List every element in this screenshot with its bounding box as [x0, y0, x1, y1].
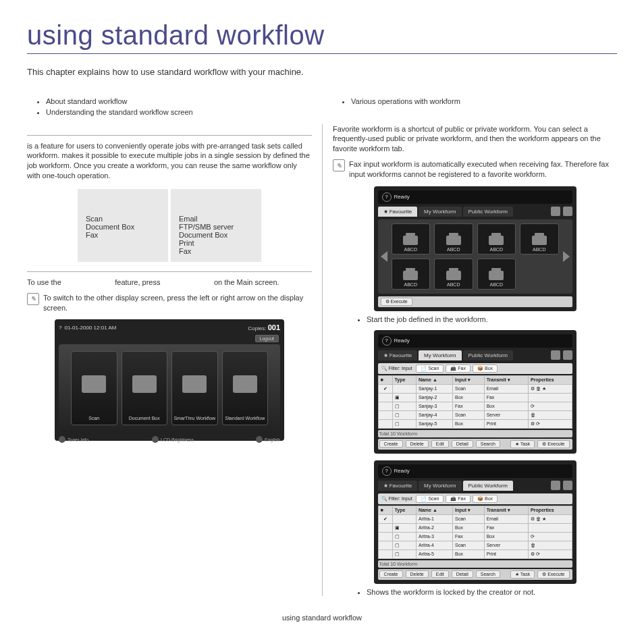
printer-icon [446, 271, 461, 280]
caption-text: Shows the workform is locked by the crea… [367, 588, 617, 596]
about-paragraph: is a feature for users to conveniently o… [27, 141, 312, 181]
favorite-paragraph: Favorite workform is a shortcut of publi… [333, 124, 617, 155]
workform-tile: ABCD [520, 223, 559, 254]
workform-tile: ABCD [477, 259, 516, 290]
right-arrow-icon [563, 251, 570, 262]
table-row: ▢Aritra-4ScanServer🗑 [378, 541, 572, 549]
detail-button: Detail [452, 440, 473, 448]
table-header-blank [171, 189, 261, 208]
table-row: ▢Aritra-5BoxPrint⚙ ⟳ [378, 549, 572, 558]
tile-label: SmarThru Workflow [173, 416, 215, 421]
workform-tile: ABCD [434, 259, 473, 290]
home-icon [563, 481, 572, 490]
table-row: ✔Sanjay-1ScanEmail⚙ 🗑 ★ [378, 384, 572, 393]
tile-label: Scan [88, 416, 99, 421]
table-row: ▢Sanjay-4ScanServer🗑 [378, 410, 572, 419]
filter-chip-fax: 📠 Fax [446, 495, 471, 503]
left-arrow-icon [381, 251, 387, 262]
delete-button: Delete [406, 440, 429, 448]
execute-button: ⚙ Execute [381, 298, 412, 306]
brightness-icon [152, 436, 159, 443]
tile-label: ABCD [404, 247, 417, 252]
text: Fax [458, 366, 466, 371]
printer-icon [489, 271, 504, 280]
search-button: Search [476, 440, 500, 448]
workflow-icon [182, 375, 207, 393]
help-icon: ? [382, 466, 392, 476]
tab-favourite: Favourite [378, 350, 418, 360]
edit-button: Edit [431, 440, 449, 448]
filter-chip-scan: 📄 Scan [416, 495, 444, 503]
tab-public-workform: Public Workform [463, 350, 514, 360]
tab-my-workform: My Workform [419, 350, 461, 360]
text: Document Box [179, 231, 253, 239]
task-button: ★ Task [510, 440, 535, 448]
workform-table: ■ Type Name ▲ Input ▾ Transmit ▾ Propert… [378, 375, 572, 429]
tab-public-workform: Public Workform [463, 207, 514, 217]
create-button: Create [379, 440, 403, 448]
filter-chip-box: 📦 Box [473, 365, 498, 373]
main-tile-docbox: Document Box [122, 351, 168, 425]
help-icon: ? [59, 325, 61, 331]
caption: Shows the workform is locked by the crea… [333, 588, 617, 596]
tab-favourite: Favourite [378, 481, 418, 491]
col-check: ■ [378, 375, 392, 384]
tile-label: ABCD [404, 282, 417, 287]
note-text: Fax input workform is automatically exec… [349, 159, 617, 180]
text: Fax [86, 231, 160, 239]
execute-button: ⚙ Execute [537, 440, 569, 448]
filter-chip-scan: 📄 Scan [416, 365, 444, 373]
edit-button: Edit [431, 570, 449, 578]
box-icon [132, 375, 157, 393]
status-text: Ready [394, 338, 410, 344]
main-screen-screenshot: ? 01-01-2000 12:01 AM Copies: 001 Logout… [55, 319, 284, 441]
text: Print [179, 239, 253, 247]
text: on the Main screen. [214, 278, 279, 286]
tile-label: ABCD [533, 247, 545, 252]
menu-icon [551, 481, 560, 490]
topic-list-left: About standard workflow Understanding th… [27, 97, 312, 116]
main-tile-smarthru: SmarThru Workflow [171, 351, 218, 425]
tile-label: ABCD [447, 247, 460, 252]
logout-button: Logout [255, 335, 279, 342]
title-rule [27, 53, 617, 54]
workform-table: ■ Type Name ▲ Input ▾ Transmit ▾ Propert… [378, 506, 572, 559]
table-cell: Scan Document Box Fax [78, 208, 168, 262]
filter-chip-box: 📦 Box [473, 495, 498, 503]
home-icon [563, 207, 572, 216]
table-row: ▢Sanjay-3FaxBox⟳ [378, 402, 572, 410]
text: FTP/SMB server [179, 223, 253, 231]
col-input: Input ▾ [453, 375, 485, 384]
text: makes it possible to execute multiple jo… [27, 151, 310, 180]
caption: Start the job defined in the workform. [333, 315, 617, 323]
topic-list-right: Various operations with workform [332, 97, 617, 105]
printer-icon [233, 375, 257, 393]
filter-chip-fax: 📠 Fax [446, 365, 471, 373]
text: Scan [428, 366, 439, 371]
menu-icon [551, 350, 560, 360]
footer-text: English [265, 437, 280, 442]
search-button: Search [476, 570, 500, 578]
section-rule [27, 135, 312, 136]
copies-value: 001 [268, 323, 280, 331]
input-output-table: Scan Document Box Fax Email FTP/SMB serv… [27, 189, 312, 262]
clock-text: 01-01-2000 12:01 AM [64, 325, 116, 331]
table-row: ▢Aritra-3FaxBox⟳ [378, 532, 572, 541]
workform-tile: ABCD [477, 223, 516, 254]
col-properties: Properties [528, 375, 572, 384]
tab-my-workform: My Workform [419, 481, 461, 491]
total-text: Total 10 Workform [379, 562, 418, 566]
delete-button: Delete [406, 570, 429, 578]
workform-tile: ABCD [392, 259, 431, 290]
topic-item: About standard workflow [46, 97, 312, 105]
tile-label: ABCD [447, 282, 460, 287]
status-text: Ready [394, 194, 410, 200]
table-row: ✔Aritra-1ScanEmail⚙ 🗑 ★ [378, 514, 572, 523]
col-name: Name ▲ [416, 375, 452, 384]
main-tile-scan: Scan [71, 351, 117, 425]
main-tile-stdworkflow: Standard Workflow [222, 351, 269, 425]
col-transmit: Transmit ▾ [484, 375, 528, 384]
help-icon: ? [382, 192, 392, 202]
tile-label: ABCD [490, 247, 503, 252]
copies-label: Copies: [248, 325, 266, 331]
